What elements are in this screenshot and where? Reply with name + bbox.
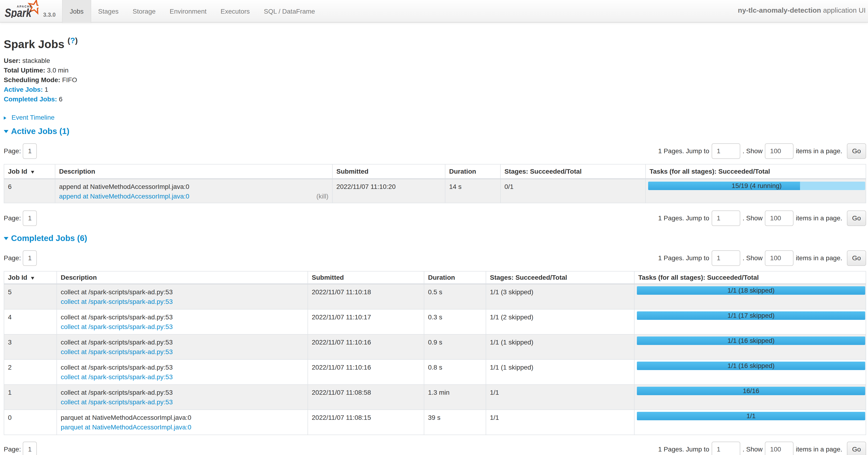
svg-text:Spark: Spark (5, 6, 32, 18)
